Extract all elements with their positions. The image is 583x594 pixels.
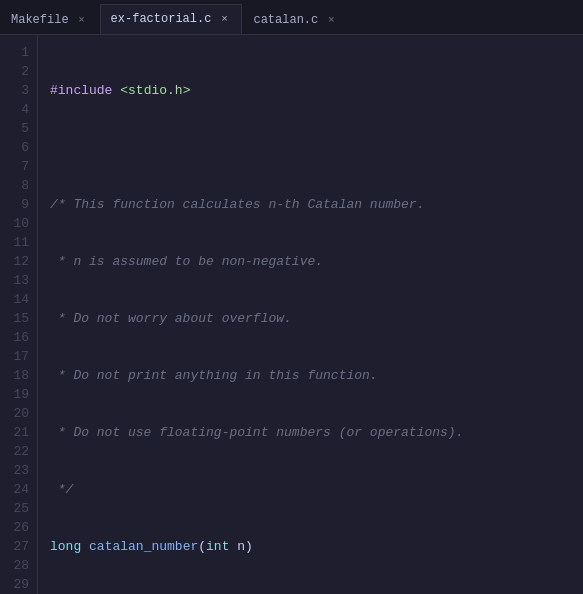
- tab-label-catalan: catalan.c: [253, 13, 318, 27]
- code-line-9: long catalan_number(int n): [50, 537, 583, 556]
- tab-catalan[interactable]: catalan.c ×: [242, 4, 349, 34]
- tab-close-catalan[interactable]: ×: [324, 13, 338, 27]
- code-line-6: * Do not print anything in this function…: [50, 366, 583, 385]
- code-editor[interactable]: 1 2 3 4 5 6 7 8 9 10 11 12 13 14 15 16 1…: [0, 35, 583, 594]
- tab-close-ex-factorial[interactable]: ×: [217, 12, 231, 26]
- code-line-1: #include <stdio.h>: [50, 81, 583, 100]
- code-line-4: * n is assumed to be non-negative.: [50, 252, 583, 271]
- tab-makefile[interactable]: Makefile ×: [0, 4, 100, 34]
- tab-bar: Makefile × ex-factorial.c × catalan.c ×: [0, 0, 583, 35]
- code-line-8: */: [50, 480, 583, 499]
- line-numbers: 1 2 3 4 5 6 7 8 9 10 11 12 13 14 15 16 1…: [0, 35, 38, 594]
- tab-label-makefile: Makefile: [11, 13, 69, 27]
- code-content[interactable]: #include <stdio.h> /* This function calc…: [38, 35, 583, 594]
- tab-label-ex-factorial: ex-factorial.c: [111, 12, 212, 26]
- tab-ex-factorial[interactable]: ex-factorial.c ×: [100, 4, 243, 34]
- code-line-2: [50, 138, 583, 157]
- code-line-3: /* This function calculates n-th Catalan…: [50, 195, 583, 214]
- code-line-7: * Do not use floating-point numbers (or …: [50, 423, 583, 442]
- tab-close-makefile[interactable]: ×: [75, 13, 89, 27]
- code-line-5: * Do not worry about overflow.: [50, 309, 583, 328]
